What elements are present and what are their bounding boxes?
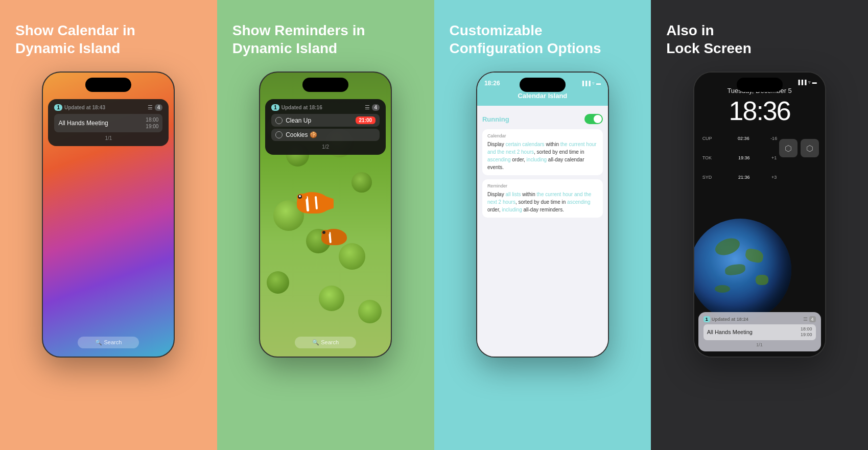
calendar-notification: 1 Updated at 18:43 ☰ 4 All Hands Meeting… <box>48 99 169 146</box>
city-syd: SYD <box>702 175 717 180</box>
phone-3-body: Running Calendar Display certain calenda… <box>477 106 608 357</box>
event-name-1: All Hands Meeting <box>58 120 108 127</box>
p4-notif-left: 1 Updated at 18:24 <box>703 316 748 322</box>
search-bar-2[interactable]: 🔍 Search <box>295 337 356 348</box>
diff-syd: +3 <box>771 175 777 180</box>
ascending-calendar-highlight: ascending <box>487 157 511 162</box>
panel-2-title: Show Reminders inDynamic Island <box>232 21 365 57</box>
time-cup: 02:36 <box>738 136 749 141</box>
wifi-icon: ▿ <box>592 81 595 86</box>
reminder-name-2: Cookies 🍪 <box>286 131 317 138</box>
panel-1-title: Show Calendar inDynamic Island <box>15 21 135 57</box>
p4-notif-right: ☰ 4 <box>803 316 816 322</box>
diff-cup: -16 <box>770 136 777 141</box>
reminder-time-1: 21:00 <box>356 116 376 124</box>
city-cup: CUP <box>702 136 717 141</box>
worldclock: CUP 02:36 -16 TOK 19:36 +1 SYD 21:36 +3 <box>702 129 817 186</box>
p4-list-badge: 4 <box>809 316 816 322</box>
reminder-row-1: Clean Up 21:00 <box>271 114 380 127</box>
notif-updated: Updated at 18:43 <box>64 105 105 110</box>
time-tok: 19:36 <box>738 155 750 160</box>
certain-calendars-highlight: certain calendars <box>505 141 544 147</box>
pagination-1: 1/1 <box>54 135 162 141</box>
p4-pagination: 1/1 <box>703 342 816 347</box>
event-time-1: 18:00 19:00 <box>146 116 158 130</box>
reminder-card-text: Display all lists within the current hou… <box>487 191 598 214</box>
notif-right-2: ☰ 4 <box>365 104 380 111</box>
panel-reminders: Show Reminders inDynamic Island <box>217 0 434 450</box>
city-tok: TOK <box>702 155 717 160</box>
p4-event-time: 18:00 19:00 <box>801 326 812 338</box>
notif-left: 1 Updated at 18:43 <box>54 104 105 111</box>
p4-event-name: All Hands Meeting <box>707 329 753 335</box>
battery-icon: ▬ <box>596 81 601 86</box>
running-label: Running <box>482 115 509 123</box>
time-syd: 21:36 <box>738 175 750 180</box>
event-row-1: All Hands Meeting 18:00 19:00 <box>54 114 162 132</box>
notif-left-2: 1 Updated at 18:16 <box>271 104 322 111</box>
widget-icon-2: ⬡ <box>801 139 819 157</box>
all-lists-highlight: all lists <box>505 192 521 197</box>
diff-tok: +1 <box>771 155 777 160</box>
statusbar-icons-3: ▐▐▐ ▿ ▬ <box>581 81 601 86</box>
phone-mockup-3: 18:26 ▐▐▐ ▿ ▬ Calendar Island Running Ca… <box>476 72 609 358</box>
reminders-list: Clean Up 21:00 Cookies 🍪 <box>271 114 380 141</box>
dynamic-island-4 <box>737 78 783 92</box>
phone-mockup-4: ▐▐▐ ▿ ▬ Tuesday, December 5 18:36 CUP 02… <box>693 72 826 358</box>
phone-3-inner: 18:26 ▐▐▐ ▿ ▬ Calendar Island Running Ca… <box>477 73 608 357</box>
notif-right: ☰ 4 <box>148 104 163 111</box>
phone-mockup-2: 1 Updated at 18:16 ☰ 4 Clean Up 21:00 <box>259 72 392 358</box>
lockscreen-time: 18:36 <box>699 96 820 126</box>
search-label-2: 🔍 Search <box>312 339 339 346</box>
lockscreen-widgets: ⬡ ⬡ <box>779 139 819 157</box>
notif-top-row-2: 1 Updated at 18:16 ☰ 4 <box>271 104 380 111</box>
list-badge: 4 <box>155 104 163 111</box>
battery-icon-4: ▬ <box>812 80 817 85</box>
signal-icon: ▐▐▐ <box>581 81 591 86</box>
notif-top-row: 1 Updated at 18:43 ☰ 4 <box>54 104 162 111</box>
statusbar-icons-4: ▐▐▐ ▿ ▬ <box>796 80 816 85</box>
p4-event-row: All Hands Meeting 18:00 19:00 <box>703 324 816 340</box>
phone-mockup-1: 1 Updated at 18:43 ☰ 4 All Hands Meeting… <box>42 72 175 358</box>
panel-3-title: CustomizableConfiguration Options <box>450 21 601 57</box>
p4-calendar-badge: 1 <box>703 316 710 322</box>
reminders-notification: 1 Updated at 18:16 ☰ 4 Clean Up 21:00 <box>265 99 386 155</box>
panel-calendar: Show Calendar inDynamic Island 1 Updated… <box>0 0 217 450</box>
status-time-3: 18:26 <box>484 80 500 87</box>
dynamic-island-3 <box>520 78 566 92</box>
dynamic-island-1 <box>85 78 131 92</box>
list-badge-2: 4 <box>372 104 380 111</box>
dynamic-island-2 <box>302 78 348 92</box>
calendar-badge-2: 1 <box>271 104 279 111</box>
calendar-badge: 1 <box>54 104 62 111</box>
phone-4-inner: ▐▐▐ ▿ ▬ Tuesday, December 5 18:36 CUP 02… <box>694 73 825 357</box>
search-label-1: 🔍 Search <box>95 339 122 346</box>
pagination-2: 1/2 <box>271 144 380 150</box>
clock-row-syd: SYD 21:36 +3 <box>702 168 817 186</box>
wifi-icon-4: ▿ <box>808 80 811 85</box>
reminder-row-2: Cookies 🍪 <box>271 129 380 141</box>
ascending-reminder-highlight: ascending <box>567 199 591 205</box>
p4-notif-top: 1 Updated at 18:24 ☰ 4 <box>703 316 816 322</box>
panel-config: CustomizableConfiguration Options 18:26 … <box>434 0 651 450</box>
signal-icon-4: ▐▐▐ <box>796 80 806 85</box>
search-bar-1[interactable]: 🔍 Search <box>78 337 139 348</box>
p4-updated: Updated at 18:24 <box>712 317 748 322</box>
calendar-card-text: Display certain calendars within the cur… <box>487 140 598 171</box>
including-reminder-highlight: including <box>502 207 522 212</box>
lockscreen-notification: 1 Updated at 18:24 ☰ 4 All Hands Meeting… <box>698 312 821 351</box>
calendar-card-label: Calendar <box>487 133 598 138</box>
running-row: Running <box>482 111 603 129</box>
reminder-name-1: Clean Up <box>286 117 311 124</box>
widget-icon-1: ⬡ <box>779 139 797 157</box>
globe <box>693 219 791 321</box>
reminder-card-label: Reminder <box>487 183 598 188</box>
including-calendar-highlight: including <box>527 157 547 162</box>
reminder-config-card: Reminder Display all lists within the cu… <box>482 179 603 218</box>
notif-updated-2: Updated at 18:16 <box>281 105 322 110</box>
panel-4-title: Also inLock Screen <box>666 21 752 57</box>
running-toggle[interactable] <box>584 114 603 124</box>
panel-lockscreen: Also inLock Screen ▐▐▐ ▿ ▬ Tuesday, Dece… <box>651 0 868 450</box>
calendar-config-card: Calendar Display certain calendars withi… <box>482 129 603 175</box>
